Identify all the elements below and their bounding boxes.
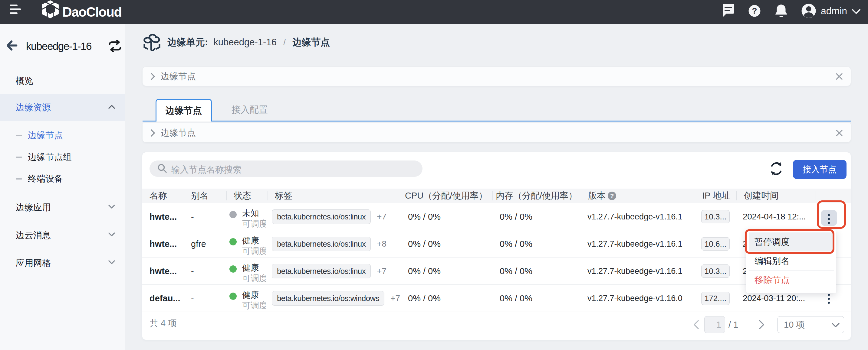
svg-text:?: ? <box>610 193 614 199</box>
svg-text:?: ? <box>752 6 757 15</box>
